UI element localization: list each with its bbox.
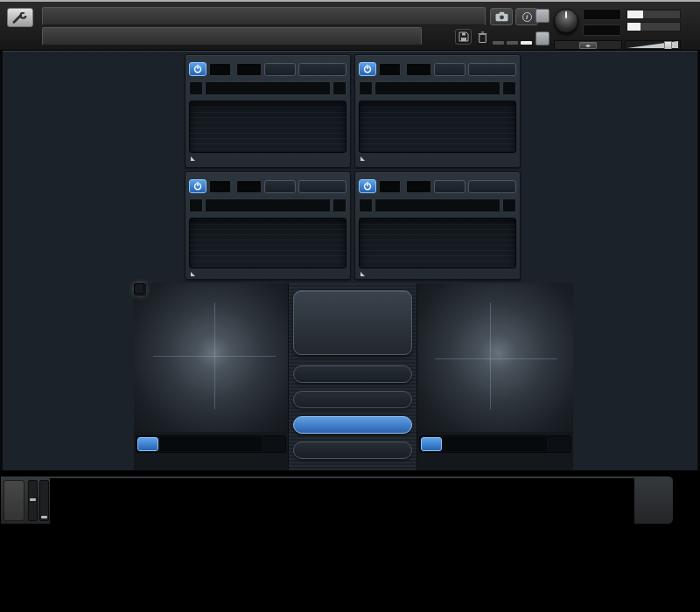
crosshair-horizontal	[435, 358, 557, 359]
edit-randomise-button[interactable]	[293, 442, 412, 459]
loop-marker	[360, 156, 365, 161]
source2-next-sample[interactable]	[502, 81, 516, 95]
edit-effects-button[interactable]	[293, 365, 412, 383]
instrument-title-row[interactable]	[42, 27, 422, 45]
edit-movement-button[interactable]	[293, 416, 412, 434]
keyboard-keys[interactable]	[50, 478, 634, 524]
source1-waveform-display[interactable]	[189, 101, 346, 153]
source-pad-ghost-handle[interactable]	[134, 283, 144, 294]
source4-solo-button[interactable]	[434, 180, 466, 193]
trash-icon	[478, 31, 487, 43]
power-icon	[193, 182, 202, 191]
source-movement-title	[160, 437, 262, 451]
source4-power-button[interactable]	[359, 179, 376, 193]
pitch-wheel[interactable]	[28, 480, 38, 521]
source3-prev-sample[interactable]	[189, 198, 203, 212]
pan-slider[interactable]: ◂▸	[554, 40, 622, 50]
transpose-control[interactable]	[4, 480, 24, 521]
source3-solo-button[interactable]	[264, 180, 296, 193]
source-rotate-ccw-button[interactable]	[137, 437, 158, 451]
status-led-1	[493, 41, 504, 45]
source4-tune-box[interactable]	[379, 180, 401, 193]
pan-handle[interactable]: ◂▸	[579, 42, 597, 49]
power-icon	[363, 182, 372, 191]
wrench-icon	[12, 12, 28, 24]
status-led-2	[507, 41, 518, 45]
tune-value-box[interactable]	[583, 24, 621, 36]
info-icon: i	[522, 12, 532, 22]
delete-button[interactable]	[475, 29, 490, 45]
kontakt-header: i ◂▸	[0, 2, 700, 51]
source3-waveform-display[interactable]	[189, 218, 346, 268]
filter-rotate-cw-button[interactable]	[549, 437, 570, 451]
source2-waveform-display[interactable]	[359, 101, 516, 153]
snapshot-camera-button[interactable]	[490, 8, 513, 25]
mod-wheel[interactable]	[39, 480, 49, 521]
floppy-icon	[458, 31, 469, 42]
loop-marker	[191, 272, 195, 276]
source4-sample-select[interactable]	[374, 198, 500, 212]
source1-wave-panel	[185, 54, 351, 168]
source2-solo-button[interactable]	[434, 63, 466, 76]
source2-power-button[interactable]	[359, 62, 376, 76]
source-movement-bar	[136, 435, 286, 453]
filter-movement-title	[444, 437, 547, 451]
source-pad-column	[134, 283, 288, 470]
loop-marker	[191, 156, 195, 161]
loop-marker	[360, 272, 365, 276]
crosshair-vertical	[490, 303, 491, 409]
source4-waveform-display[interactable]	[359, 218, 516, 268]
source3-sample-select[interactable]	[205, 198, 331, 212]
source1-random-button[interactable]	[298, 63, 346, 76]
source2-prev-sample[interactable]	[359, 81, 373, 95]
keyboard-reflection	[0, 526, 700, 567]
power-icon	[363, 65, 372, 73]
logo-panel	[293, 290, 412, 355]
mod-wheel-marker	[41, 516, 47, 518]
solo-button[interactable]	[536, 9, 550, 23]
source4-prev-sample[interactable]	[359, 198, 373, 212]
source1-tune-box[interactable]	[209, 63, 231, 76]
status-led-3	[521, 41, 532, 45]
filter-xy-pad[interactable]	[417, 283, 573, 432]
level-meter-right	[626, 22, 681, 31]
source2-wave-panel	[354, 54, 521, 168]
filter-movement-controls	[571, 283, 700, 470]
source1-sample-select[interactable]	[205, 81, 331, 95]
source-xy-pad[interactable]	[134, 283, 288, 432]
mute-button[interactable]	[536, 31, 550, 45]
source3-random-button[interactable]	[298, 180, 346, 193]
pitch-wheel-marker	[30, 498, 36, 501]
source2-pan-box[interactable]	[406, 63, 431, 76]
tune-knob[interactable]	[554, 9, 578, 33]
source3-power-button[interactable]	[189, 179, 206, 193]
source4-pan-box[interactable]	[406, 180, 431, 193]
filter-pad-column	[417, 283, 573, 470]
source2-sample-select[interactable]	[374, 81, 500, 95]
edit-modulation-button[interactable]	[293, 391, 412, 408]
source1-power-button[interactable]	[189, 62, 206, 76]
source1-solo-button[interactable]	[264, 63, 296, 76]
source4-next-sample[interactable]	[502, 198, 516, 212]
bank-title-row[interactable]	[42, 7, 486, 25]
power-icon	[193, 65, 202, 73]
source3-pan-box[interactable]	[236, 180, 262, 193]
source1-pan-box[interactable]	[236, 63, 262, 76]
source3-next-sample[interactable]	[332, 198, 346, 212]
source1-next-sample[interactable]	[332, 81, 346, 95]
source4-wave-panel	[354, 171, 521, 280]
save-button[interactable]	[455, 29, 472, 45]
source2-tune-box[interactable]	[379, 63, 401, 76]
source1-prev-sample[interactable]	[189, 81, 203, 95]
source-rotate-cw-button[interactable]	[263, 437, 284, 451]
source2-random-button[interactable]	[468, 63, 516, 76]
tune-label-box	[583, 9, 621, 20]
keyboard-strip	[0, 476, 674, 525]
volume-handle[interactable]	[664, 41, 672, 50]
source4-random-button[interactable]	[468, 180, 516, 193]
volume-slider[interactable]	[625, 40, 681, 50]
source3-tune-box[interactable]	[209, 180, 231, 193]
wrench-edit-button[interactable]	[7, 8, 33, 27]
filter-rotate-ccw-button[interactable]	[421, 437, 442, 451]
filter-movement-bar	[419, 435, 571, 453]
